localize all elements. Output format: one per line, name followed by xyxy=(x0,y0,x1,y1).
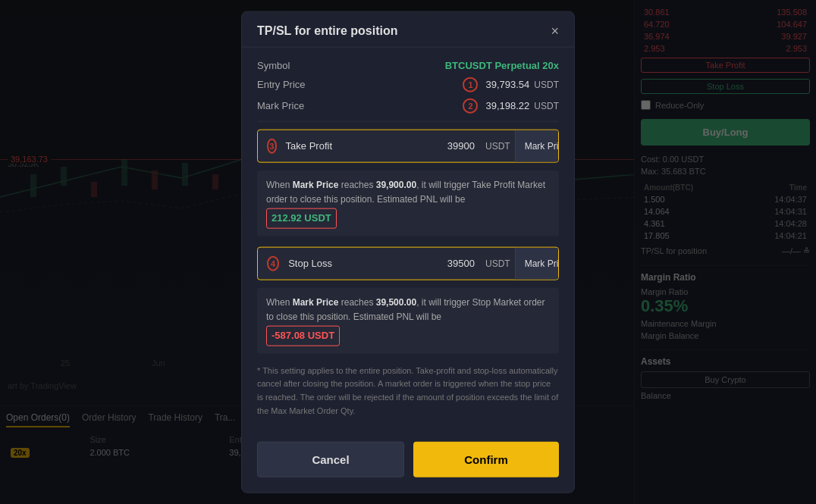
take-profit-circle: 3 xyxy=(267,138,277,153)
stop-loss-circle: 4 xyxy=(267,255,279,271)
take-profit-input-row: 3 Take Profit USDT Mark Price ▼ xyxy=(257,129,559,162)
take-profit-price-type-button[interactable]: Mark Price ▼ xyxy=(515,130,559,161)
stop-loss-input-row: 4 Stop Loss USDT Mark Price ▼ xyxy=(257,246,559,280)
mark-price-value: 2 39,198.22 USDT xyxy=(463,98,559,113)
take-profit-price-type-label: Mark Price xyxy=(525,140,559,151)
mark-price-number: 39,198.22 xyxy=(485,100,529,111)
modal-body: Symbol BTCUSDT Perpetual 20x Entry Price… xyxy=(242,47,574,442)
stop-loss-price-type-button[interactable]: Mark Price ▼ xyxy=(515,247,559,279)
entry-price-label: Entry Price xyxy=(257,79,306,90)
symbol-label: Symbol xyxy=(257,59,290,70)
take-profit-desc-box: When Mark Price reaches 39,900.00, it wi… xyxy=(257,170,559,236)
take-profit-input-label: 3 Take Profit xyxy=(258,130,341,161)
modal-header: TP/SL for entire position × xyxy=(242,11,574,47)
modal-close-button[interactable]: × xyxy=(551,23,559,37)
entry-price-value: 1 39,793.54 USDT xyxy=(463,77,559,92)
mark-price-row: Mark Price 2 39,198.22 USDT xyxy=(257,98,559,113)
entry-price-badge: 1 xyxy=(463,77,478,92)
stop-loss-input[interactable] xyxy=(341,250,481,277)
stop-loss-desc-text: When Mark Price reaches 39,500.00, it wi… xyxy=(266,296,545,321)
symbol-row: Symbol BTCUSDT Perpetual 20x xyxy=(257,59,559,70)
entry-price-row: Entry Price 1 39,793.54 USDT xyxy=(257,77,559,92)
take-profit-input[interactable] xyxy=(341,133,481,159)
stop-loss-price-type-label: Mark Price xyxy=(525,258,559,268)
stop-loss-desc-box: When Mark Price reaches 39,500.00, it wi… xyxy=(257,287,559,353)
stop-loss-input-label: 4 Stop Loss xyxy=(258,248,341,278)
take-profit-unit: USDT xyxy=(481,140,515,151)
cancel-button[interactable]: Cancel xyxy=(257,442,404,477)
divider-1 xyxy=(257,121,559,121)
confirm-button[interactable]: Confirm xyxy=(413,442,559,477)
entry-price-unit: USDT xyxy=(534,79,559,89)
mark-price-badge: 2 xyxy=(463,98,478,113)
tp-sl-modal: TP/SL for entire position × Symbol BTCUS… xyxy=(241,11,575,493)
stop-loss-unit: USDT xyxy=(481,258,515,268)
notice-text: * This setting applies to the entire pos… xyxy=(257,364,559,417)
entry-price-number: 39,793.54 xyxy=(485,79,529,90)
mark-price-unit: USDT xyxy=(534,100,559,111)
take-profit-label-text: Take Profit xyxy=(286,140,332,152)
stop-loss-section: 4 Stop Loss USDT Mark Price ▼ xyxy=(257,246,559,280)
take-profit-desc-text: When Mark Price reaches 39,900.00, it wi… xyxy=(266,179,545,204)
stop-loss-label-text: Stop Loss xyxy=(288,258,332,269)
modal-title: TP/SL for entire position xyxy=(257,23,398,37)
take-profit-section: 3 Take Profit USDT Mark Price ▼ xyxy=(257,129,559,162)
take-profit-pnl: 212.92 USDT xyxy=(266,208,337,229)
symbol-value: BTCUSDT Perpetual 20x xyxy=(445,59,559,70)
stop-loss-pnl: -587.08 USDT xyxy=(266,326,340,346)
modal-footer: Cancel Confirm xyxy=(242,442,574,493)
mark-price-label: Mark Price xyxy=(257,100,304,111)
